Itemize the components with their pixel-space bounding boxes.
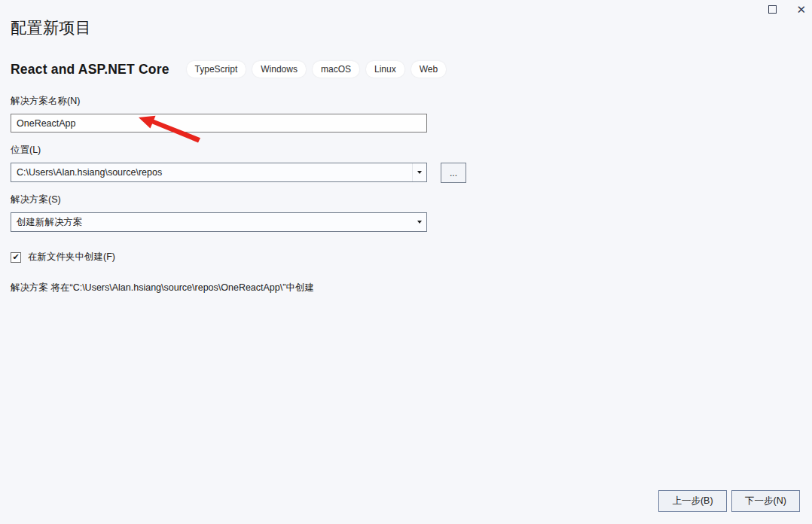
tag-windows: Windows: [252, 61, 306, 78]
solution-name-input[interactable]: [11, 114, 427, 133]
template-header: React and ASP.NET Core TypeScript Window…: [11, 61, 812, 78]
next-button[interactable]: 下一步(N): [731, 490, 800, 512]
solution-path-summary: 解决方案 将在“C:\Users\Alan.hsiang\source\repo…: [11, 282, 812, 294]
tag-macos: macOS: [313, 61, 359, 78]
tag-typescript: TypeScript: [187, 61, 246, 78]
solution-dropdown-button[interactable]: [412, 213, 426, 231]
solution-value: 创建新解决方案: [11, 213, 412, 231]
new-folder-label: 在新文件夹中创建(F): [28, 251, 115, 264]
location-combobox[interactable]: C:\Users\Alan.hsiang\source\repos: [11, 163, 427, 182]
configure-project-dialog: { "window": { "controls": { "close_glyph…: [0, 0, 812, 524]
browse-button[interactable]: ...: [441, 163, 466, 183]
tag-web: Web: [411, 61, 446, 78]
location-label: 位置(L): [11, 144, 812, 157]
new-folder-checkbox[interactable]: ✔: [11, 252, 21, 263]
back-button[interactable]: 上一步(B): [658, 490, 727, 512]
location-dropdown-button[interactable]: [412, 163, 426, 181]
template-name: React and ASP.NET Core: [11, 62, 169, 78]
footer-buttons: 上一步(B) 下一步(N): [658, 490, 800, 512]
chevron-down-icon: [417, 171, 422, 174]
solution-combobox[interactable]: 创建新解决方案: [11, 212, 427, 232]
solution-label: 解决方案(S): [11, 193, 812, 206]
location-row: C:\Users\Alan.hsiang\source\repos ...: [11, 157, 812, 183]
template-tag-list: TypeScript Windows macOS Linux Web: [187, 61, 447, 78]
location-value: C:\Users\Alan.hsiang\source\repos: [11, 163, 412, 181]
page-title: 配置新项目: [11, 18, 812, 38]
solution-name-label: 解决方案名称(N): [11, 95, 812, 108]
chevron-down-icon: [417, 221, 422, 224]
checkmark-icon: ✔: [12, 253, 19, 261]
dialog-content: 配置新项目 React and ASP.NET Core TypeScript …: [0, 0, 812, 294]
new-folder-row: ✔ 在新文件夹中创建(F): [11, 251, 812, 264]
tag-linux: Linux: [366, 61, 404, 78]
